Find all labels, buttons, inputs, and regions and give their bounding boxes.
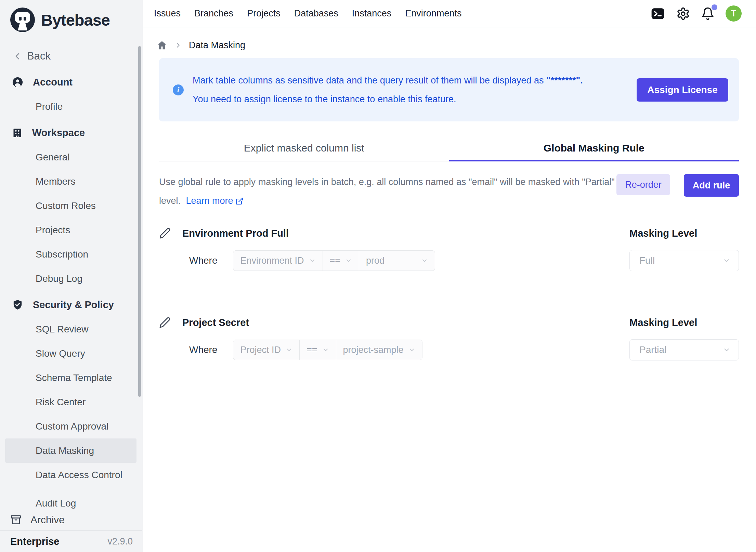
edit-rule-button[interactable] xyxy=(159,317,171,328)
archive-icon xyxy=(10,514,22,525)
condition-operator-select[interactable]: == xyxy=(299,340,336,360)
user-circle-icon xyxy=(12,76,24,88)
where-label: Where xyxy=(189,344,217,355)
external-link-icon xyxy=(235,197,244,205)
nav-databases[interactable]: Databases xyxy=(294,8,338,19)
brand-name: Bytebase xyxy=(41,11,110,29)
info-icon: i xyxy=(173,84,184,95)
nav-instances[interactable]: Instances xyxy=(352,8,392,19)
sidebar-item-custom-roles[interactable]: Custom Roles xyxy=(0,194,143,218)
top-icons: T xyxy=(650,5,742,22)
archive-label: Archive xyxy=(30,514,65,526)
condition-value-select[interactable]: project-sample xyxy=(336,340,422,360)
back-button[interactable]: Back xyxy=(13,50,51,62)
rules-actions: Re-order Add rule xyxy=(616,174,739,210)
condition-field-select[interactable]: Project ID xyxy=(233,340,299,360)
sidebar-scrollbar[interactable] xyxy=(138,46,141,397)
sidebar-item-slow-query[interactable]: Slow Query xyxy=(0,341,143,366)
sidebar-item-risk-center[interactable]: Risk Center xyxy=(0,390,143,414)
sidebar-item-data-masking[interactable]: Data Masking xyxy=(5,438,136,463)
license-banner: i Mark table columns as sensitive data a… xyxy=(159,58,739,121)
notifications-button[interactable] xyxy=(701,7,715,21)
tab-global-masking-rule[interactable]: Global Masking Rule xyxy=(449,135,739,161)
sidebar-item-projects[interactable]: Projects xyxy=(0,218,143,242)
learn-more-link[interactable]: Learn more xyxy=(186,192,244,210)
avatar[interactable]: T xyxy=(726,5,742,22)
sidebar-section-security-policy: Security & Policy xyxy=(0,293,143,317)
sql-editor-button[interactable] xyxy=(650,7,665,21)
main-area: Issues Branches Projects Databases Insta… xyxy=(143,0,756,552)
add-rule-button[interactable]: Add rule xyxy=(684,174,739,197)
sidebar-item-audit-log[interactable]: Audit Log xyxy=(0,491,143,509)
masking-rule-project-secret: Project Secret Masking Level Where Proje… xyxy=(159,311,739,360)
masking-level-select[interactable]: Partial xyxy=(629,339,739,360)
sidebar-section-account: Account xyxy=(0,70,143,94)
sidebar-item-data-access-control[interactable]: Data Access Control xyxy=(0,463,143,487)
sidebar-item-members[interactable]: Members xyxy=(0,169,143,194)
breadcrumb-current: Data Masking xyxy=(189,40,245,51)
back-label: Back xyxy=(27,50,51,62)
pencil-icon xyxy=(159,317,171,328)
rule-title: Project Secret xyxy=(182,317,249,328)
sidebar-item-subscription[interactable]: Subscription xyxy=(0,242,143,266)
notification-dot xyxy=(712,4,717,10)
sidebar-nav: Account Profile Workspace General Member… xyxy=(0,70,143,509)
where-label: Where xyxy=(189,255,217,266)
rules-description: Use global rule to apply masking levels … xyxy=(159,173,616,210)
nav-environments[interactable]: Environments xyxy=(405,8,461,19)
masking-level-select[interactable]: Full xyxy=(629,250,739,271)
masking-rule-environment-prod-full: Environment Prod Full Masking Level Wher… xyxy=(159,221,739,271)
top-bar: Issues Branches Projects Databases Insta… xyxy=(143,0,756,27)
condition-value-select[interactable]: prod xyxy=(359,251,435,271)
plan-badge: Enterprise xyxy=(10,536,59,547)
chevron-down-icon xyxy=(723,346,730,354)
assign-license-button[interactable]: Assign License xyxy=(637,78,728,102)
terminal-icon xyxy=(650,7,665,21)
shield-check-icon xyxy=(12,299,24,311)
chevron-left-icon xyxy=(13,52,22,61)
sidebar-item-schema-template[interactable]: Schema Template xyxy=(0,366,143,390)
edit-rule-button[interactable] xyxy=(159,227,171,239)
chevron-right-icon xyxy=(175,42,181,49)
nav-projects[interactable]: Projects xyxy=(247,8,281,19)
sidebar-item-general[interactable]: General xyxy=(0,145,143,169)
tab-explicit-masked-column-list[interactable]: Explict masked column list xyxy=(159,135,449,161)
banner-text: Mark table columns as sensitive data and… xyxy=(193,71,583,109)
sidebar-item-sql-review[interactable]: SQL Review xyxy=(0,317,143,341)
chevron-down-icon xyxy=(723,257,730,264)
nav-issues[interactable]: Issues xyxy=(154,8,181,19)
sidebar-item-archive[interactable]: Archive xyxy=(0,509,142,530)
sidebar-item-profile[interactable]: Profile xyxy=(0,94,143,119)
condition-operator-select[interactable]: == xyxy=(323,251,359,271)
bytebase-app: Bytebase Back Account Profile xyxy=(0,0,756,552)
rule-title: Environment Prod Full xyxy=(182,228,289,239)
top-nav: Issues Branches Projects Databases Insta… xyxy=(154,8,461,19)
section-label: Account xyxy=(33,77,73,88)
condition-group: Environment ID == prod xyxy=(233,250,435,271)
settings-button[interactable] xyxy=(676,7,690,21)
reorder-button[interactable]: Re-order xyxy=(616,174,670,195)
sidebar-item-custom-approval[interactable]: Custom Approval xyxy=(0,414,143,438)
masked-value: "*******". xyxy=(546,75,583,86)
breadcrumb: Data Masking xyxy=(157,38,756,53)
rule-divider xyxy=(159,300,739,300)
chevron-down-icon xyxy=(421,257,428,264)
sidebar-item-debug-log[interactable]: Debug Log xyxy=(0,266,143,291)
home-icon[interactable] xyxy=(157,40,167,51)
masking-level-label: Masking Level xyxy=(629,317,739,328)
sidebar: Bytebase Back Account Profile xyxy=(0,0,143,552)
bytebase-logo[interactable]: Bytebase xyxy=(10,7,110,33)
chevron-down-icon xyxy=(408,346,415,353)
section-label: Security & Policy xyxy=(33,299,114,311)
chevron-down-icon xyxy=(345,257,352,264)
version-label: v2.9.0 xyxy=(107,536,133,547)
sidebar-footer: Enterprise v2.9.0 xyxy=(0,530,142,552)
section-label: Workspace xyxy=(32,127,85,139)
condition-group: Project ID == project-sample xyxy=(233,340,422,360)
chevron-down-icon xyxy=(286,346,292,353)
building-icon xyxy=(12,127,23,139)
condition-field-select[interactable]: Environment ID xyxy=(233,251,322,271)
gear-icon xyxy=(676,7,690,21)
nav-branches[interactable]: Branches xyxy=(194,8,233,19)
content: i Mark table columns as sensitive data a… xyxy=(143,58,756,360)
